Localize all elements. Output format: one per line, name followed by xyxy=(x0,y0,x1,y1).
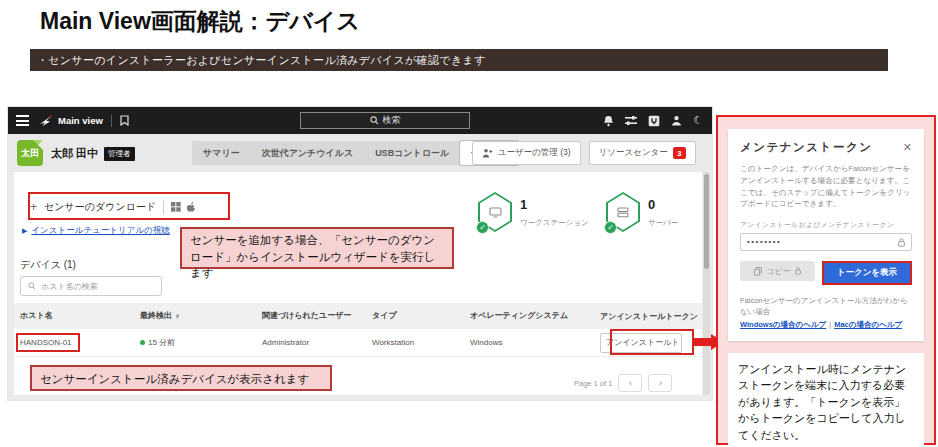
banner: ・センサーのインストーラーおよびセンサーインストール済みデバイスが確認できます xyxy=(30,49,888,71)
highlight-download-button xyxy=(28,192,230,220)
panel-description: このトークンは、デバイスからFalconセンサーをアンインストールする場合に必要… xyxy=(740,163,912,210)
copy-icon xyxy=(754,267,762,276)
prev-page-button[interactable]: ‹ xyxy=(618,374,642,392)
app-header: 太田 太郎 田中 管理者 サマリー 次世代アンチウイルス USBコントロール デ… xyxy=(8,134,712,172)
col-associated-user[interactable]: 関連づけられたユーザー xyxy=(256,311,366,320)
server-icon xyxy=(617,207,629,218)
host-search-placeholder: ホスト名の検索 xyxy=(41,281,98,292)
check-icon: ✓ xyxy=(476,221,489,234)
close-icon[interactable]: ✕ xyxy=(903,141,912,154)
panel-title: メンテナンストークン xyxy=(740,140,872,155)
workstation-label: ワークステーション xyxy=(520,218,589,228)
device-table: ホスト名 最終検出 ∨ 関連づけられたユーザー タイプ オペレーティングシステム… xyxy=(14,303,702,357)
token-dialog: メンテナンストークン ✕ このトークンは、デバイスからFalconセンサーをアン… xyxy=(728,129,924,341)
col-os[interactable]: オペレーティングシステム xyxy=(464,311,594,320)
user-management-button[interactable]: ユーザーの管理 (3) xyxy=(472,141,581,165)
link-separator: | xyxy=(829,320,831,329)
workstation-count: 1 xyxy=(520,198,589,212)
avatar[interactable]: 太田 xyxy=(17,140,43,166)
cell-type: Workstation xyxy=(366,338,464,347)
col-last-seen[interactable]: 最終検出 ∨ xyxy=(134,311,256,320)
scrollbar[interactable] xyxy=(703,172,710,395)
divider xyxy=(111,115,112,127)
tab-usb-control[interactable]: USBコントロール xyxy=(364,141,460,165)
resource-center-badge: 3 xyxy=(673,147,686,159)
col-uninstall-token[interactable]: アンインストールトークン xyxy=(594,310,702,321)
check-icon: ✓ xyxy=(604,221,617,234)
slide: Main View画面解説：デバイス ・センサーのインストーラーおよびセンサーイ… xyxy=(0,0,938,447)
callout-token-note: アンインストール時にメンテナンストークンを端末に入力する必要があります。「トーク… xyxy=(728,353,924,447)
col-hostname[interactable]: ホスト名 xyxy=(14,311,134,320)
topbar: Main view 検索 xyxy=(8,107,712,134)
callout-download-note: センサーを追加する場合、「センサーのダウンロード」からインストールウィザードを実… xyxy=(180,227,454,269)
server-label: サーバー xyxy=(648,218,678,228)
support-icon[interactable] xyxy=(648,115,660,127)
windows-help-link[interactable]: Windowsの場合のヘルプ xyxy=(740,320,826,329)
page-title: Main View画面解説：デバイス xyxy=(40,6,360,37)
server-count: 0 xyxy=(648,198,678,212)
sort-descending-icon: ∨ xyxy=(175,313,180,320)
notifications-bell-icon[interactable] xyxy=(603,115,614,127)
maintenance-token-panel: メンテナンストークン ✕ このトークンは、デバイスからFalconセンサーをアン… xyxy=(716,115,936,445)
user-name: 太郎 田中 管理者 xyxy=(51,146,135,161)
install-tutorial-link[interactable]: ▶ インストールチュートリアルの視聴 xyxy=(22,225,170,237)
help-links: Windowsの場合のヘルプ|Macの場合のヘルプ xyxy=(740,320,912,330)
next-page-button[interactable]: › xyxy=(648,374,672,392)
highlight-show-token: トークンを表示 xyxy=(822,261,912,285)
workstation-hexagon: ✓ xyxy=(478,192,512,232)
sliders-icon[interactable] xyxy=(625,116,637,126)
role-badge: 管理者 xyxy=(104,147,135,161)
lock-icon xyxy=(795,267,801,275)
token-field[interactable]: •••••••• xyxy=(740,233,912,251)
host-search-input[interactable]: ホスト名の検索 xyxy=(20,276,162,296)
mac-help-link[interactable]: Macの場合のヘルプ xyxy=(834,320,902,329)
server-hexagon: ✓ xyxy=(606,192,640,232)
workstation-stat: ✓ 1 ワークステーション xyxy=(478,192,589,232)
cell-associated-user: Administrator xyxy=(256,338,366,347)
workstation-icon xyxy=(489,207,502,218)
topbar-icons: ☾ xyxy=(603,107,703,134)
scrollbar-thumb[interactable] xyxy=(704,174,709,269)
devices-section-title: デバイス (1) xyxy=(20,258,76,272)
cell-os: Windows xyxy=(464,338,594,347)
pagination: Page 1 of 1 ‹ › xyxy=(574,374,672,392)
user-profile-icon[interactable] xyxy=(671,115,682,126)
tab-ngav[interactable]: 次世代アンチウイルス xyxy=(251,141,364,165)
page-indicator: Page 1 of 1 xyxy=(574,379,612,388)
add-user-icon xyxy=(482,148,493,158)
falcon-logo-icon[interactable] xyxy=(39,114,53,127)
menu-icon[interactable] xyxy=(16,115,29,126)
resource-center-button[interactable]: リソースセンター 3 xyxy=(589,141,696,165)
server-stat: ✓ 0 サーバー xyxy=(606,192,678,232)
tab-summary[interactable]: サマリー xyxy=(192,141,251,165)
highlight-token-button xyxy=(610,329,694,355)
col-type[interactable]: タイプ xyxy=(366,311,464,320)
highlight-hostname xyxy=(16,333,80,352)
copy-button[interactable]: コピー xyxy=(740,261,815,281)
search-icon xyxy=(28,282,36,290)
show-token-button[interactable]: トークンを表示 xyxy=(824,263,910,283)
token-field-label: アンインストールおよびメンテナンストークン xyxy=(740,220,912,230)
global-search-input[interactable]: 検索 xyxy=(300,112,470,129)
table-row[interactable]: HANDSON-01 15 分前 Administrator Workstati… xyxy=(14,329,702,357)
global-search-placeholder: 検索 xyxy=(383,114,401,127)
masked-token-value: •••••••• xyxy=(747,238,781,246)
lock-icon xyxy=(898,238,905,247)
tab-bar: サマリー 次世代アンチウイルス USBコントロール デバイス xyxy=(192,141,519,165)
callout-devices-note: センサーインストール済みデバイスが表示されます xyxy=(30,365,332,391)
app-name: Main view xyxy=(58,115,103,126)
bookmark-icon[interactable] xyxy=(120,115,129,126)
table-header-row: ホスト名 最終検出 ∨ 関連づけられたユーザー タイプ オペレーティングシステム… xyxy=(14,303,702,329)
dark-mode-moon-icon[interactable]: ☾ xyxy=(693,115,703,126)
header-buttons: ユーザーの管理 (3) リソースセンター 3 xyxy=(472,141,696,165)
help-text: Falconセンサーのアンインストール方法がわからない場合 xyxy=(740,295,912,318)
play-icon: ▶ xyxy=(22,227,27,235)
online-status-icon xyxy=(140,340,145,345)
search-icon xyxy=(370,116,379,125)
cell-last-seen: 15 分前 xyxy=(134,337,256,348)
